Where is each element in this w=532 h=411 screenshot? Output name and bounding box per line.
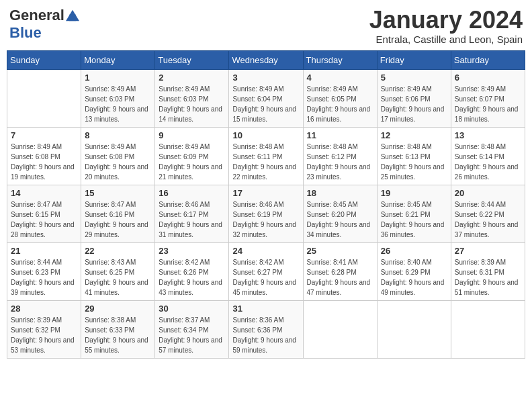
day-number: 2 bbox=[159, 73, 225, 83]
calendar-day-cell: 6Sunrise: 8:49 AMSunset: 6:07 PMDaylight… bbox=[451, 69, 525, 127]
calendar-table: SundayMondayTuesdayWednesdayThursdayFrid… bbox=[7, 50, 525, 359]
weekday-header-tuesday: Tuesday bbox=[155, 50, 229, 69]
weekday-header-wednesday: Wednesday bbox=[229, 50, 303, 69]
location-text: Entrala, Castille and Leon, Spain bbox=[369, 34, 523, 45]
logo: General Blue bbox=[9, 7, 79, 42]
weekday-header-friday: Friday bbox=[377, 50, 451, 69]
day-number: 28 bbox=[11, 304, 77, 314]
weekday-header-saturday: Saturday bbox=[451, 50, 525, 69]
day-number: 14 bbox=[11, 188, 77, 198]
calendar-day-cell: 26Sunrise: 8:40 AMSunset: 6:29 PMDayligh… bbox=[377, 242, 451, 300]
day-number: 27 bbox=[455, 246, 521, 256]
calendar-week-row: 14Sunrise: 8:47 AMSunset: 6:15 PMDayligh… bbox=[7, 185, 525, 242]
day-number: 25 bbox=[307, 246, 373, 256]
day-info: Sunrise: 8:42 AMSunset: 6:26 PMDaylight:… bbox=[159, 257, 225, 298]
day-number: 24 bbox=[232, 246, 299, 256]
logo-general-text: General bbox=[9, 7, 64, 24]
calendar-day-cell: 2Sunrise: 8:49 AMSunset: 6:03 PMDaylight… bbox=[155, 69, 229, 127]
calendar-day-cell: 1Sunrise: 8:49 AMSunset: 6:03 PMDaylight… bbox=[81, 69, 155, 127]
day-info: Sunrise: 8:39 AMSunset: 6:31 PMDaylight:… bbox=[455, 257, 521, 298]
calendar-day-cell: 11Sunrise: 8:48 AMSunset: 6:12 PMDayligh… bbox=[303, 127, 377, 185]
calendar-day-cell bbox=[303, 300, 377, 358]
day-number: 17 bbox=[232, 188, 299, 198]
day-info: Sunrise: 8:39 AMSunset: 6:32 PMDaylight:… bbox=[11, 315, 77, 355]
weekday-header-sunday: Sunday bbox=[7, 50, 81, 69]
calendar-day-cell: 18Sunrise: 8:45 AMSunset: 6:20 PMDayligh… bbox=[303, 185, 377, 242]
logo-icon bbox=[66, 9, 79, 22]
calendar-day-cell: 5Sunrise: 8:49 AMSunset: 6:06 PMDaylight… bbox=[377, 69, 451, 127]
day-info: Sunrise: 8:48 AMSunset: 6:14 PMDaylight:… bbox=[455, 142, 521, 182]
day-number: 19 bbox=[381, 188, 447, 198]
day-number: 12 bbox=[381, 130, 447, 140]
day-info: Sunrise: 8:36 AMSunset: 6:36 PMDaylight:… bbox=[232, 315, 299, 355]
calendar-day-cell: 31Sunrise: 8:36 AMSunset: 6:36 PMDayligh… bbox=[229, 300, 303, 358]
calendar-day-cell: 28Sunrise: 8:39 AMSunset: 6:32 PMDayligh… bbox=[7, 300, 81, 358]
calendar-week-row: 28Sunrise: 8:39 AMSunset: 6:32 PMDayligh… bbox=[7, 300, 525, 358]
day-info: Sunrise: 8:46 AMSunset: 6:17 PMDaylight:… bbox=[159, 199, 225, 240]
day-info: Sunrise: 8:44 AMSunset: 6:22 PMDaylight:… bbox=[455, 199, 521, 240]
calendar-day-cell: 30Sunrise: 8:37 AMSunset: 6:34 PMDayligh… bbox=[155, 300, 229, 358]
day-number: 7 bbox=[11, 130, 77, 140]
day-number: 10 bbox=[232, 130, 299, 140]
day-info: Sunrise: 8:47 AMSunset: 6:15 PMDaylight:… bbox=[11, 199, 77, 240]
day-number: 31 bbox=[232, 304, 299, 314]
day-number: 9 bbox=[159, 130, 225, 140]
day-info: Sunrise: 8:49 AMSunset: 6:05 PMDaylight:… bbox=[307, 84, 373, 124]
day-number: 3 bbox=[232, 73, 299, 83]
calendar-day-cell: 3Sunrise: 8:49 AMSunset: 6:04 PMDaylight… bbox=[229, 69, 303, 127]
weekday-header-row: SundayMondayTuesdayWednesdayThursdayFrid… bbox=[7, 50, 525, 69]
calendar-day-cell: 4Sunrise: 8:49 AMSunset: 6:05 PMDaylight… bbox=[303, 69, 377, 127]
day-info: Sunrise: 8:49 AMSunset: 6:06 PMDaylight:… bbox=[381, 84, 447, 124]
day-info: Sunrise: 8:38 AMSunset: 6:33 PMDaylight:… bbox=[85, 315, 151, 355]
title-block: January 2024 Entrala, Castille and Leon,… bbox=[369, 7, 523, 45]
calendar-day-cell: 29Sunrise: 8:38 AMSunset: 6:33 PMDayligh… bbox=[81, 300, 155, 358]
month-title: January 2024 bbox=[369, 7, 523, 34]
day-info: Sunrise: 8:43 AMSunset: 6:25 PMDaylight:… bbox=[85, 257, 151, 298]
day-info: Sunrise: 8:45 AMSunset: 6:20 PMDaylight:… bbox=[307, 199, 373, 240]
day-number: 11 bbox=[307, 130, 373, 140]
calendar-week-row: 21Sunrise: 8:44 AMSunset: 6:23 PMDayligh… bbox=[7, 242, 525, 300]
day-info: Sunrise: 8:45 AMSunset: 6:21 PMDaylight:… bbox=[381, 199, 447, 240]
svg-marker-1 bbox=[69, 14, 76, 21]
calendar-day-cell: 17Sunrise: 8:46 AMSunset: 6:19 PMDayligh… bbox=[229, 185, 303, 242]
day-number: 16 bbox=[159, 188, 225, 198]
calendar-week-row: 1Sunrise: 8:49 AMSunset: 6:03 PMDaylight… bbox=[7, 69, 525, 127]
calendar-day-cell: 19Sunrise: 8:45 AMSunset: 6:21 PMDayligh… bbox=[377, 185, 451, 242]
day-number: 22 bbox=[85, 246, 151, 256]
day-info: Sunrise: 8:37 AMSunset: 6:34 PMDaylight:… bbox=[159, 315, 225, 355]
day-info: Sunrise: 8:40 AMSunset: 6:29 PMDaylight:… bbox=[381, 257, 447, 298]
day-number: 6 bbox=[455, 73, 521, 83]
day-info: Sunrise: 8:48 AMSunset: 6:11 PMDaylight:… bbox=[232, 142, 299, 182]
day-number: 4 bbox=[307, 73, 373, 83]
day-info: Sunrise: 8:49 AMSunset: 6:09 PMDaylight:… bbox=[159, 142, 225, 182]
calendar-day-cell bbox=[377, 300, 451, 358]
day-number: 30 bbox=[159, 304, 225, 314]
day-info: Sunrise: 8:49 AMSunset: 6:03 PMDaylight:… bbox=[159, 84, 225, 124]
calendar-day-cell: 24Sunrise: 8:42 AMSunset: 6:27 PMDayligh… bbox=[229, 242, 303, 300]
calendar-day-cell: 20Sunrise: 8:44 AMSunset: 6:22 PMDayligh… bbox=[451, 185, 525, 242]
logo-blue-text: Blue bbox=[9, 24, 42, 42]
calendar-day-cell bbox=[7, 69, 81, 127]
calendar-day-cell: 7Sunrise: 8:49 AMSunset: 6:08 PMDaylight… bbox=[7, 127, 81, 185]
calendar-day-cell: 27Sunrise: 8:39 AMSunset: 6:31 PMDayligh… bbox=[451, 242, 525, 300]
calendar-day-cell: 10Sunrise: 8:48 AMSunset: 6:11 PMDayligh… bbox=[229, 127, 303, 185]
day-number: 8 bbox=[85, 130, 151, 140]
calendar-day-cell: 8Sunrise: 8:49 AMSunset: 6:08 PMDaylight… bbox=[81, 127, 155, 185]
calendar-day-cell: 13Sunrise: 8:48 AMSunset: 6:14 PMDayligh… bbox=[451, 127, 525, 185]
day-number: 23 bbox=[159, 246, 225, 256]
day-info: Sunrise: 8:48 AMSunset: 6:12 PMDaylight:… bbox=[307, 142, 373, 182]
page-header: General Blue January 2024 Entrala, Casti… bbox=[7, 7, 525, 45]
day-number: 26 bbox=[381, 246, 447, 256]
day-number: 29 bbox=[85, 304, 151, 314]
weekday-header-monday: Monday bbox=[81, 50, 155, 69]
day-info: Sunrise: 8:47 AMSunset: 6:16 PMDaylight:… bbox=[85, 199, 151, 240]
calendar-day-cell: 15Sunrise: 8:47 AMSunset: 6:16 PMDayligh… bbox=[81, 185, 155, 242]
day-number: 18 bbox=[307, 188, 373, 198]
calendar-day-cell: 16Sunrise: 8:46 AMSunset: 6:17 PMDayligh… bbox=[155, 185, 229, 242]
day-info: Sunrise: 8:48 AMSunset: 6:13 PMDaylight:… bbox=[381, 142, 447, 182]
day-number: 13 bbox=[455, 130, 521, 140]
calendar-day-cell: 21Sunrise: 8:44 AMSunset: 6:23 PMDayligh… bbox=[7, 242, 81, 300]
day-info: Sunrise: 8:49 AMSunset: 6:07 PMDaylight:… bbox=[455, 84, 521, 124]
weekday-header-thursday: Thursday bbox=[303, 50, 377, 69]
day-number: 5 bbox=[381, 73, 447, 83]
